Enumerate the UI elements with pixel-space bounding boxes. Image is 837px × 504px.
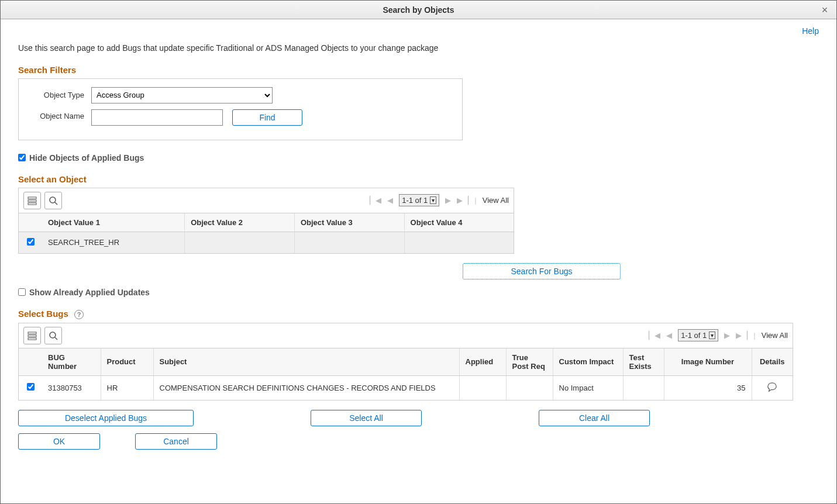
object-type-select[interactable]: Access Group — [91, 87, 273, 103]
view-all-link[interactable]: View All — [762, 331, 788, 340]
cell-image-number: 35 — [664, 375, 752, 400]
next-page-icon[interactable]: ▶ — [724, 331, 730, 340]
bugs-grid: ▏◀ ◀ 1-1 of 1▾ ▶ ▶▕ | View All BUG Nu — [18, 323, 793, 401]
details-icon[interactable] — [752, 375, 793, 400]
grid-settings-icon[interactable] — [23, 327, 41, 344]
svg-rect-2 — [28, 203, 36, 205]
find-button[interactable]: Find — [232, 109, 302, 126]
col-applied[interactable]: Applied — [459, 348, 506, 376]
col-product[interactable]: Product — [101, 348, 153, 376]
prev-page-icon[interactable]: ◀ — [666, 331, 672, 340]
grid-settings-icon[interactable] — [23, 192, 41, 209]
cancel-button[interactable]: Cancel — [135, 433, 217, 450]
svg-point-8 — [50, 332, 56, 338]
help-icon[interactable]: ? — [74, 310, 84, 319]
search-filters-box: Object Type Access Group Object Name Fin… — [18, 78, 463, 140]
first-page-icon[interactable]: ▏◀ — [649, 331, 660, 340]
objects-table: Object Value 1 Object Value 2 Object Val… — [19, 213, 514, 253]
window-title: Search by Objects — [383, 5, 454, 15]
ok-button[interactable]: OK — [18, 433, 100, 450]
col-object-value-1[interactable]: Object Value 1 — [42, 213, 185, 232]
cell-object-value-3 — [294, 232, 404, 253]
svg-line-4 — [55, 202, 57, 205]
bugs-pager: ▏◀ ◀ 1-1 of 1▾ ▶ ▶▕ | View All — [649, 329, 788, 341]
last-page-icon[interactable]: ▶▕ — [736, 331, 748, 340]
chevron-down-icon: ▾ — [430, 196, 436, 204]
objects-grid: ▏◀ ◀ 1-1 of 1▾ ▶ ▶▕ | View All Object Va… — [18, 188, 514, 254]
cell-custom-impact: No Impact — [553, 375, 623, 400]
cell-test-exists — [623, 375, 664, 400]
svg-line-9 — [55, 337, 57, 340]
svg-rect-6 — [28, 335, 36, 337]
objects-pager: ▏◀ ◀ 1-1 of 1▾ ▶ ▶▕ | View All — [370, 194, 509, 206]
svg-rect-7 — [28, 338, 36, 340]
hide-applied-label: Hide Objects of Applied Bugs — [29, 153, 144, 163]
search-icon[interactable] — [44, 327, 62, 344]
hide-applied-checkbox[interactable] — [18, 154, 26, 161]
chevron-down-icon: ▾ — [709, 332, 715, 339]
cell-applied — [459, 375, 506, 400]
cell-object-value-4 — [404, 232, 514, 253]
search-icon[interactable] — [44, 192, 62, 209]
cell-subject: COMPENSATION SEARCH DEFINITIONS CHANGES … — [153, 375, 459, 400]
cell-object-value-2 — [185, 232, 295, 253]
col-bug-number[interactable]: BUG Number — [42, 348, 101, 376]
objects-grid-toolbar: ▏◀ ◀ 1-1 of 1▾ ▶ ▶▕ | View All — [19, 188, 514, 213]
select-all-button[interactable]: Select All — [311, 410, 422, 426]
col-custom-impact[interactable]: Custom Impact — [553, 348, 623, 376]
select-object-title: Select an Object — [18, 174, 819, 184]
cell-object-value-1: SEARCH_TREE_HR — [42, 232, 185, 253]
svg-point-3 — [50, 197, 56, 203]
table-row: 31380753 HR COMPENSATION SEARCH DEFINITI… — [19, 375, 793, 400]
cell-bug-number: 31380753 — [42, 375, 101, 400]
close-icon[interactable]: × — [819, 4, 831, 16]
svg-rect-5 — [28, 332, 36, 334]
col-object-value-2[interactable]: Object Value 2 — [185, 213, 295, 232]
cell-true-post-req — [506, 375, 553, 400]
show-applied-checkbox[interactable] — [18, 288, 26, 296]
col-object-value-4[interactable]: Object Value 4 — [404, 213, 514, 232]
first-page-icon[interactable]: ▏◀ — [370, 196, 381, 205]
col-test-exists[interactable]: Test Exists — [623, 348, 664, 376]
show-applied-label: Show Already Applied Updates — [29, 288, 150, 297]
col-true-post-req[interactable]: True Post Req — [506, 348, 553, 376]
title-bar: Search by Objects × — [1, 1, 836, 19]
svg-rect-0 — [28, 197, 36, 199]
select-bugs-title: Select Bugs ? — [18, 309, 819, 319]
cell-product: HR — [101, 375, 153, 400]
bugs-grid-toolbar: ▏◀ ◀ 1-1 of 1▾ ▶ ▶▕ | View All — [19, 323, 793, 348]
col-object-value-3[interactable]: Object Value 3 — [294, 213, 404, 232]
search-for-bugs-button[interactable]: Search For Bugs — [463, 263, 621, 279]
search-filters-title: Search Filters — [18, 65, 819, 75]
view-all-link[interactable]: View All — [483, 196, 509, 205]
bugs-table: BUG Number Product Subject Applied True … — [19, 348, 793, 400]
object-name-label: Object Name — [27, 109, 91, 120]
object-type-label: Object Type — [27, 91, 91, 99]
deselect-applied-button[interactable]: Deselect Applied Bugs — [18, 410, 194, 426]
page-range-select[interactable]: 1-1 of 1▾ — [399, 194, 439, 206]
content: Help Use this search page to add Bugs th… — [1, 19, 836, 503]
prev-page-icon[interactable]: ◀ — [387, 196, 393, 205]
bug-row-checkbox[interactable] — [27, 383, 35, 391]
table-row: SEARCH_TREE_HR — [19, 232, 514, 253]
page-range-select[interactable]: 1-1 of 1▾ — [678, 329, 718, 341]
col-image-number[interactable]: Image Number — [664, 348, 752, 376]
object-row-checkbox[interactable] — [27, 238, 35, 246]
intro-text: Use this search page to add Bugs that up… — [18, 43, 439, 54]
help-link[interactable]: Help — [802, 26, 819, 36]
clear-all-button[interactable]: Clear All — [539, 410, 650, 426]
next-page-icon[interactable]: ▶ — [445, 196, 451, 205]
last-page-icon[interactable]: ▶▕ — [457, 196, 469, 205]
col-details[interactable]: Details — [752, 348, 793, 376]
object-name-input[interactable] — [91, 109, 223, 126]
svg-rect-1 — [28, 200, 36, 202]
col-subject[interactable]: Subject — [153, 348, 459, 376]
